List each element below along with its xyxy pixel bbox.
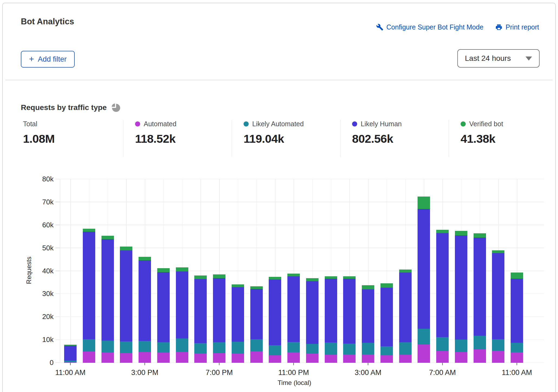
bar[interactable] — [511, 273, 523, 363]
gridline — [60, 294, 544, 294]
gridline — [70, 179, 71, 363]
bar[interactable] — [418, 197, 430, 363]
bar[interactable] — [232, 284, 244, 363]
x-tick-label: 11:00 PM — [278, 368, 309, 377]
header-divider — [5, 80, 553, 80]
stat-divider — [449, 120, 449, 157]
stat-divider — [340, 120, 340, 157]
bar-segment-verified-bot — [325, 276, 337, 278]
configure-super-bot-fight-mode-link[interactable]: Configure Super Bot Fight Mode — [376, 23, 484, 31]
gridline — [60, 340, 544, 340]
bar[interactable] — [325, 276, 337, 363]
bar-segment-likely-automated — [492, 339, 504, 351]
bar[interactable] — [306, 278, 319, 363]
bar-segment-likely-human — [139, 260, 151, 341]
bar[interactable] — [213, 274, 225, 363]
bar-segment-likely-automated — [176, 338, 188, 352]
y-tick-label: 80k — [42, 175, 54, 183]
bar-segment-likely-automated — [418, 329, 430, 345]
bar-segment-likely-human — [343, 279, 356, 343]
bar[interactable] — [139, 257, 151, 363]
bar-segment-likely-automated — [120, 341, 132, 353]
pie-chart-icon — [111, 103, 121, 114]
bar[interactable] — [194, 275, 207, 363]
bar[interactable] — [492, 250, 504, 363]
bar-segment-automated — [194, 353, 207, 363]
x-tick — [442, 363, 443, 365]
bar-segment-likely-human — [380, 288, 393, 346]
bar-segment-automated — [287, 352, 300, 363]
bar-segment-likely-human — [269, 280, 281, 345]
bar-segment-verified-bot — [436, 230, 449, 233]
stat-likely-automated: Likely Automated 119.04k — [244, 120, 304, 145]
bar[interactable] — [380, 283, 393, 363]
bar-segment-likely-automated — [213, 342, 225, 353]
bar-segment-likely-human — [83, 232, 95, 339]
gridline — [60, 271, 544, 271]
print-report-link[interactable]: Print report — [495, 23, 539, 31]
header-links: Configure Super Bot Fight Mode Print rep… — [376, 23, 539, 31]
x-tick-label: 11:00 AM — [502, 368, 532, 377]
stat-likely-human: Likely Human 802.56k — [352, 120, 402, 145]
verified-bot-legend-dot — [461, 121, 466, 127]
bar-segment-likely-automated — [250, 339, 263, 351]
bar[interactable] — [362, 285, 374, 363]
bar[interactable] — [455, 231, 467, 363]
bar-segment-automated — [380, 355, 393, 363]
bar[interactable] — [250, 286, 263, 363]
bar-segment-likely-human — [120, 250, 132, 341]
bar-segment-likely-human — [194, 279, 207, 343]
stat-total-label: Total — [23, 120, 37, 128]
y-tick-label: 10k — [42, 335, 54, 344]
bar-segment-automated — [474, 349, 486, 363]
bar-segment-automated — [139, 352, 151, 363]
y-tick-label: 0 — [50, 358, 54, 367]
y-tick — [55, 225, 60, 225]
x-axis-title: Time (local) — [278, 379, 311, 387]
bar-segment-verified-bot — [269, 277, 281, 280]
x-tick-label: 11:00 AM — [55, 368, 86, 377]
bar-segment-verified-bot — [362, 285, 374, 289]
stat-automated-label: Automated — [144, 120, 176, 128]
stat-likely-human-value: 802.56k — [352, 132, 402, 145]
bar-segment-verified-bot — [306, 278, 319, 281]
bar-segment-likely-human — [325, 279, 337, 343]
plot-area: 010k20k30k40k50k60k70k80k11:00 AM3:00 PM… — [60, 179, 544, 363]
stat-likely-human-label: Likely Human — [361, 120, 402, 128]
bar[interactable] — [64, 345, 77, 363]
time-range-dropdown[interactable]: Last 24 hours — [457, 49, 540, 68]
configure-link-label: Configure Super Bot Fight Mode — [386, 23, 484, 31]
time-range-value: Last 24 hours — [465, 54, 526, 63]
bar[interactable] — [176, 267, 188, 363]
bar[interactable] — [399, 270, 412, 363]
y-tick-label: 20k — [42, 313, 54, 321]
bar-segment-likely-human — [64, 346, 77, 361]
bar-segment-likely-automated — [380, 346, 393, 355]
bar-segment-automated — [120, 353, 132, 363]
bar[interactable] — [101, 236, 114, 363]
bar-segment-verified-bot — [213, 274, 225, 278]
bar-segment-likely-human — [157, 272, 170, 342]
bar[interactable] — [474, 233, 486, 363]
bar-segment-verified-bot — [139, 257, 151, 260]
bar[interactable] — [269, 277, 281, 363]
gridline — [60, 317, 544, 317]
bar[interactable] — [287, 274, 300, 363]
x-tick-label: 3:00 PM — [131, 368, 159, 377]
bar-segment-verified-bot — [474, 233, 486, 238]
section-title: Requests by traffic type — [21, 103, 107, 112]
bar-segment-likely-automated — [511, 343, 523, 352]
x-tick — [368, 363, 368, 365]
stat-total: Total 1.08M — [23, 120, 55, 145]
bar[interactable] — [343, 276, 356, 363]
bar-segment-automated — [343, 354, 356, 363]
bar[interactable] — [83, 229, 95, 363]
bar[interactable] — [157, 268, 170, 363]
bar-segment-verified-bot — [176, 267, 188, 271]
bar[interactable] — [436, 230, 449, 363]
bar-segment-automated — [306, 354, 319, 363]
bar-segment-likely-human — [287, 276, 300, 342]
add-filter-button[interactable]: + Add filter — [21, 51, 75, 68]
bar[interactable] — [120, 247, 132, 363]
bar-segment-likely-automated — [474, 336, 486, 349]
